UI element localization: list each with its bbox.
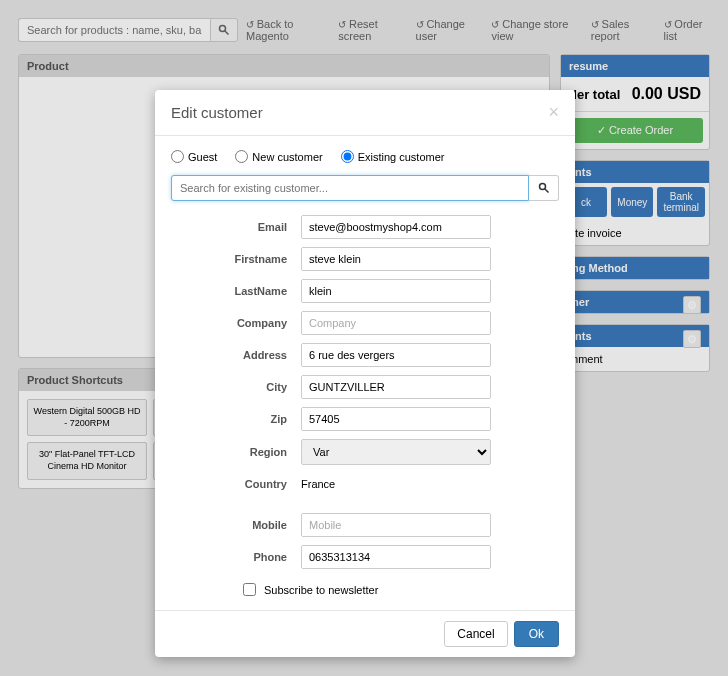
customer-search-input[interactable] xyxy=(171,175,529,201)
city-label: City xyxy=(171,381,301,393)
svg-line-3 xyxy=(544,189,548,193)
ok-button[interactable]: Ok xyxy=(514,621,559,647)
company-field[interactable] xyxy=(301,311,491,335)
customer-search-button[interactable] xyxy=(529,175,559,201)
region-select[interactable]: Var xyxy=(301,439,491,465)
region-label: Region xyxy=(171,446,301,458)
mobile-field[interactable] xyxy=(301,513,491,537)
customer-search xyxy=(171,175,559,201)
search-icon xyxy=(538,182,550,194)
email-field[interactable] xyxy=(301,215,491,239)
address-field[interactable] xyxy=(301,343,491,367)
newsletter-row[interactable]: Subscribe to newsletter xyxy=(243,583,559,596)
lastname-field[interactable] xyxy=(301,279,491,303)
modal-title: Edit customer xyxy=(171,104,263,121)
email-label: Email xyxy=(171,221,301,233)
newsletter-label: Subscribe to newsletter xyxy=(264,584,378,596)
phone-field[interactable] xyxy=(301,545,491,569)
radio-guest[interactable]: Guest xyxy=(171,150,217,163)
firstname-field[interactable] xyxy=(301,247,491,271)
country-value: France xyxy=(301,473,335,495)
city-field[interactable] xyxy=(301,375,491,399)
address-label: Address xyxy=(171,349,301,361)
zip-label: Zip xyxy=(171,413,301,425)
edit-customer-modal: Edit customer × Guest New customer Exist… xyxy=(155,90,575,657)
company-label: Company xyxy=(171,317,301,329)
radio-existing[interactable]: Existing customer xyxy=(341,150,445,163)
newsletter-checkbox[interactable] xyxy=(243,583,256,596)
zip-field[interactable] xyxy=(301,407,491,431)
mobile-label: Mobile xyxy=(171,519,301,531)
close-icon[interactable]: × xyxy=(548,102,559,123)
firstname-label: Firstname xyxy=(171,253,301,265)
cancel-button[interactable]: Cancel xyxy=(444,621,507,647)
lastname-label: LastName xyxy=(171,285,301,297)
customer-type-radios: Guest New customer Existing customer xyxy=(171,150,559,163)
country-label: Country xyxy=(171,478,301,490)
phone-label: Phone xyxy=(171,551,301,563)
radio-new[interactable]: New customer xyxy=(235,150,322,163)
svg-point-2 xyxy=(539,184,545,190)
